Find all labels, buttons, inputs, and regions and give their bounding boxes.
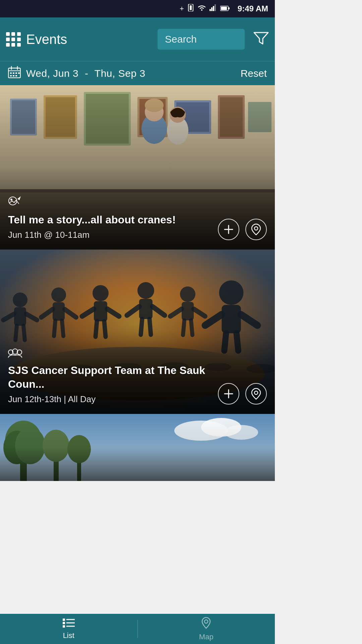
svg-rect-6 — [215, 4, 216, 11]
wifi-icon — [197, 4, 206, 13]
event-title: SJS Cancer Support Team at The Sauk Coun… — [8, 364, 221, 391]
signal-icon — [209, 4, 217, 13]
app-header: Events — [0, 17, 275, 61]
svg-rect-17 — [15, 72, 17, 74]
svg-rect-20 — [13, 75, 14, 76]
date-range: Wed, Jun 3 - Thu, Sep 3 — [26, 68, 235, 79]
svg-point-49 — [254, 227, 258, 230]
battery-icon — [220, 4, 230, 13]
list-nav-item[interactable]: List — [0, 614, 137, 644]
status-time: 9:49 AM — [238, 4, 268, 13]
svg-rect-1 — [190, 5, 192, 10]
location-button[interactable] — [245, 219, 267, 240]
grid-menu-icon[interactable] — [6, 32, 21, 47]
add-event-button[interactable] — [218, 383, 239, 405]
filter-icon[interactable] — [253, 31, 269, 48]
nfc-icon — [187, 4, 194, 13]
svg-rect-118 — [63, 625, 65, 628]
list-nav-label: List — [63, 631, 74, 640]
map-nav-item[interactable]: Map — [138, 614, 275, 644]
bluetooth-icon: + — [180, 4, 184, 13]
svg-point-100 — [254, 391, 258, 394]
add-event-button[interactable] — [218, 219, 239, 240]
map-nav-label: Map — [199, 633, 214, 641]
start-date: Wed, Jun 3 — [26, 68, 78, 79]
end-date: Thu, Sep 3 — [95, 68, 145, 79]
svg-rect-8 — [228, 7, 230, 9]
svg-rect-117 — [63, 622, 65, 624]
svg-rect-21 — [15, 75, 17, 76]
date-filter-bar: Wed, Jun 3 - Thu, Sep 3 Reset — [0, 61, 275, 85]
svg-rect-18 — [18, 72, 20, 74]
reset-button[interactable]: Reset — [241, 68, 267, 79]
event-title: Tell me a story...all about cranes! — [8, 213, 221, 227]
status-icons: + — [180, 4, 230, 13]
event-type-icon — [8, 348, 221, 361]
event-type-icon — [8, 196, 221, 210]
event-card[interactable]: Tell me a story...all about cranes! Jun … — [0, 85, 275, 250]
svg-rect-15 — [10, 72, 12, 74]
svg-point-2 — [201, 9, 202, 11]
event-card[interactable]: SJS Cancer Support Team at The Sauk Coun… — [0, 250, 275, 414]
event-date: Jun 12th-13th | All Day — [8, 394, 221, 405]
search-input[interactable] — [158, 29, 245, 50]
svg-rect-16 — [13, 72, 14, 74]
calendar-icon[interactable] — [8, 66, 21, 81]
list-icon — [63, 618, 75, 630]
events-list: Tell me a story...all about cranes! Jun … — [0, 85, 275, 481]
svg-rect-9 — [221, 7, 227, 10]
event-actions — [218, 219, 267, 240]
bottom-navigation: List Map — [0, 614, 275, 644]
page-title: Events — [26, 32, 152, 47]
svg-point-119 — [204, 620, 208, 623]
svg-marker-10 — [254, 33, 268, 44]
location-button[interactable] — [245, 383, 267, 405]
map-pin-icon — [201, 617, 211, 631]
svg-rect-3 — [209, 9, 211, 11]
event-date: Jun 11th @ 10-11am — [8, 230, 221, 240]
svg-rect-5 — [213, 6, 214, 11]
svg-rect-116 — [63, 619, 65, 621]
event-card[interactable] — [0, 414, 275, 481]
event-info: Tell me a story...all about cranes! Jun … — [8, 196, 221, 240]
status-bar: + — [0, 0, 275, 17]
svg-point-46 — [10, 199, 12, 201]
svg-rect-4 — [211, 7, 213, 11]
svg-rect-19 — [10, 75, 12, 76]
event-info: SJS Cancer Support Team at The Sauk Coun… — [8, 348, 221, 405]
date-separator: - — [85, 68, 88, 79]
event-actions — [218, 383, 267, 405]
